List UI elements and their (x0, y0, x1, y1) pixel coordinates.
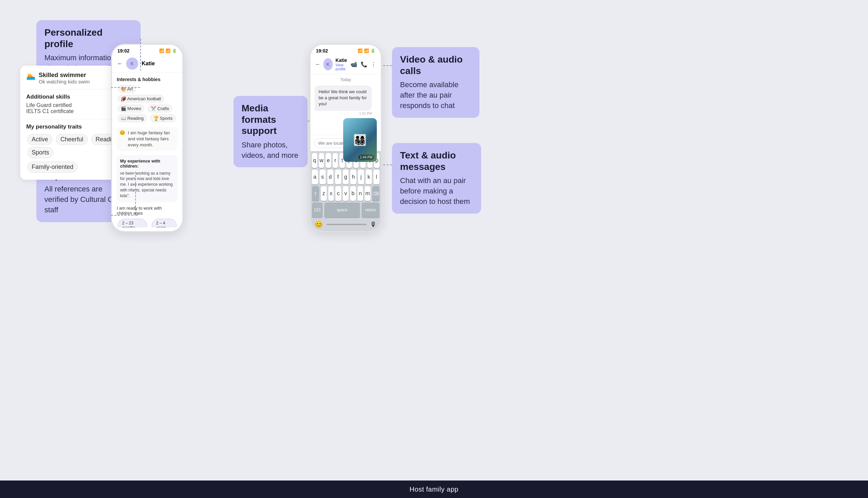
profile-status-bar: 19:02 📶 📶 🔋 (112, 45, 182, 55)
key-d[interactable]: d (328, 170, 333, 184)
video-callout: Video & audio calls Become available aft… (392, 47, 479, 118)
profile-time: 19:02 (117, 48, 130, 53)
chat-phone: 19:02 📶 📶 🔋 ← K Katie View profile 📹 📞 ⋮… (309, 44, 382, 232)
key-space[interactable]: space (324, 202, 360, 218)
profile-name: Katie (142, 61, 155, 67)
tag-active: Active (27, 134, 53, 145)
keyboard-row-3: ⇧ z x c v b n m ⌫ (312, 186, 379, 201)
photo-time: 1:44 PM (358, 155, 374, 160)
send-button[interactable]: ↑ (381, 137, 382, 149)
tag-family: Family-oriented (27, 161, 78, 173)
key-v[interactable]: v (343, 186, 349, 201)
key-delete[interactable]: ⌫ (372, 186, 379, 201)
footer-text: Host family app (410, 486, 458, 493)
media-desc: Share photos, videos, and more (242, 140, 299, 161)
text-callout-desc: Chat with an au pair before making a dec… (400, 176, 473, 207)
tag-crafts: ✂️ Crafts (148, 105, 172, 113)
chat-battery: 🔋 (371, 49, 375, 53)
phone-call-icon[interactable]: 📞 (361, 61, 368, 68)
key-j[interactable]: j (358, 170, 364, 184)
text-callout-title: Text & audio messages (400, 150, 473, 172)
key-n[interactable]: n (358, 186, 363, 201)
profile-phone: 19:02 📶 📶 🔋 ← K Katie Interests & hobbie… (111, 44, 183, 232)
key-r[interactable]: r (333, 153, 338, 168)
video-call-icon[interactable]: 📹 (350, 61, 357, 68)
keyboard-row-2: a s d f g h j k l (312, 170, 379, 184)
mic-icon[interactable]: 🎙 (370, 221, 377, 228)
bubble-received: Hello! We think we could be a great host… (315, 86, 372, 111)
key-b[interactable]: b (350, 186, 356, 201)
time-received: 1:42 PM (315, 112, 372, 115)
key-g[interactable]: g (343, 170, 349, 184)
chat-time: 19:02 (316, 48, 328, 53)
key-z[interactable]: z (321, 186, 327, 201)
experience-section: My experience with children: ve been wor… (117, 155, 178, 202)
keyboard-row-4: 123 space return (312, 202, 379, 218)
chat-status-bar: 19:02 📶 📶 🔋 (310, 45, 381, 55)
key-h[interactable]: h (350, 170, 356, 184)
bottom-bar: Host family app (0, 481, 868, 498)
battery-icon: 🔋 (172, 49, 177, 53)
swimmer-icon: 🏊 (26, 72, 35, 80)
profile-content: Interests & hobbies 🎨 Art 🏈 American foo… (112, 73, 182, 227)
emoji-icon[interactable]: 😊 (315, 220, 323, 228)
age-range-1: 2 – 23 months (118, 219, 147, 227)
tag-sports2: 🏆 Sports (150, 114, 176, 122)
key-m[interactable]: m (365, 186, 371, 201)
back-icon[interactable]: ← (117, 60, 123, 67)
key-l[interactable]: l (373, 170, 379, 184)
video-desc: Become available after the au pair respo… (400, 80, 471, 111)
received-message: Hello! We think we could be a great host… (315, 86, 377, 115)
key-f[interactable]: f (335, 170, 341, 184)
profile-avatar: K (126, 57, 138, 70)
interests-title: Interests & hobbies (117, 77, 178, 82)
photo-placeholder: 👨‍👩‍👧‍👦 1:44 PM (343, 118, 377, 162)
tag-cheerful: Cheerful (56, 134, 88, 145)
chat-signal: 📶 (358, 49, 363, 53)
media-callout: Media formats support Share photos, vide… (233, 96, 307, 167)
key-shift[interactable]: ⇧ (312, 186, 319, 201)
chat-area: Today Hello! We think we could be a grea… (310, 74, 381, 135)
hobbies-icon: 😊 (119, 130, 125, 135)
experience-title: My experience with children: (120, 158, 174, 169)
text-callout: Text & audio messages Chat with an au pa… (392, 143, 481, 214)
hobbies-text: I am huge fantasy fan and visit fantasy … (128, 130, 175, 148)
interests-section: Interests & hobbies 🎨 Art 🏈 American foo… (117, 77, 178, 123)
swimmer-subtitle: Ok watching kids swim (39, 79, 90, 84)
tag-movies: 🎬 Movies (118, 105, 144, 113)
key-123[interactable]: 123 (312, 202, 323, 218)
wifi-icon: 📶 (165, 49, 171, 53)
chat-wifi: 📶 (364, 49, 369, 53)
tag-art: 🎨 Art (118, 85, 136, 93)
experience-text: ve been working as a nanny for years now… (120, 171, 174, 199)
chat-back-icon[interactable]: ← (315, 61, 321, 67)
key-c[interactable]: c (335, 186, 341, 201)
key-s[interactable]: s (320, 170, 326, 184)
chat-subtitle: View profile (335, 63, 350, 71)
ready-title: I am ready to work with children ages (117, 206, 178, 216)
tag-american-football: 🏈 American football (118, 95, 164, 103)
swimmer-title: Skilled swimmer (39, 72, 90, 79)
key-k[interactable]: k (366, 170, 372, 184)
ready-section: I am ready to work with children ages 2 … (117, 206, 178, 227)
signal-icon: 📶 (159, 49, 164, 53)
media-title: Media formats support (242, 103, 299, 136)
chat-avatar: K (323, 58, 333, 70)
key-w[interactable]: w (319, 153, 324, 168)
age-range-2: 2 – 4 years (152, 219, 177, 227)
tag-sports: Sports (27, 147, 53, 158)
keyboard: q w e r t y u i o p a s d f g h j k l ⇧ … (310, 151, 381, 231)
key-x[interactable]: x (328, 186, 334, 201)
key-e[interactable]: e (326, 153, 331, 168)
chat-name: Katie (335, 57, 350, 63)
today-label: Today (315, 77, 377, 82)
hobbies-text-section: 😊 I am huge fantasy fan and visit fantas… (117, 127, 178, 151)
interests-tags: 🎨 Art 🏈 American football 🎬 Movies ✂️ Cr… (117, 84, 178, 123)
key-q[interactable]: q (312, 153, 317, 168)
key-a[interactable]: a (312, 170, 318, 184)
tag-reading2: 📖 Reading (118, 114, 147, 122)
more-icon[interactable]: ⋮ (371, 61, 376, 68)
video-title: Video & audio calls (400, 54, 471, 76)
key-return[interactable]: return (362, 202, 379, 218)
